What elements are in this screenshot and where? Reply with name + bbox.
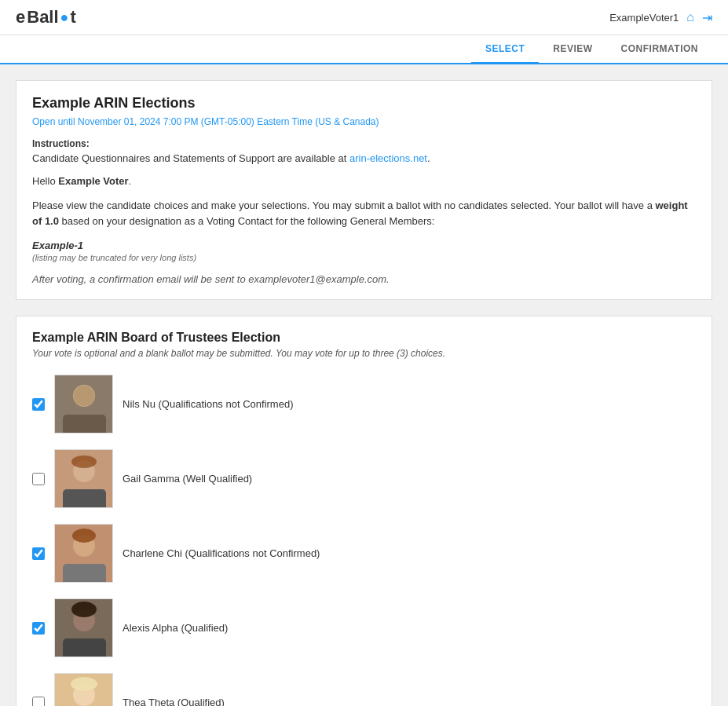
election-title: Example ARIN Elections	[32, 95, 696, 112]
svg-point-15	[71, 602, 97, 617]
candidate-photo-nils	[54, 375, 113, 433]
logo-t: t	[70, 7, 75, 27]
home-icon[interactable]: ⌂	[686, 10, 694, 24]
username-label: ExampleVoter1	[609, 12, 679, 24]
candidate-row: Thea Theta (Qualified)	[32, 673, 696, 706]
hello-name: Example Voter	[58, 175, 128, 187]
election-section: Example ARIN Board of Trustees Election …	[16, 316, 712, 706]
tab-confirmation[interactable]: CONFIRMATION	[607, 35, 712, 64]
candidate-avatar-thea	[55, 674, 113, 706]
page-header: eBall●t ExampleVoter1 ⌂ ⇥	[0, 0, 728, 35]
hello-text: Hello Example Voter.	[32, 175, 696, 187]
svg-point-11	[72, 529, 96, 543]
desc-prefix: Please view the candidate choices and ma…	[32, 199, 655, 211]
main-content: Example ARIN Elections Open until Novemb…	[0, 64, 728, 706]
section-title: Example ARIN Board of Trustees Election	[32, 331, 696, 345]
hello-prefix: Hello	[32, 175, 58, 187]
logo-text: e	[16, 7, 25, 27]
hello-period: .	[129, 175, 132, 187]
candidate-avatar-gail	[55, 450, 113, 508]
svg-point-3	[74, 386, 94, 406]
section-subtitle: Your vote is optional and a blank ballot…	[32, 348, 696, 359]
candidate-row: Nils Nu (Qualifications not Confirmed)	[32, 375, 696, 433]
candidate-photo-thea	[54, 673, 113, 706]
org-note: (listing may be truncated for very long …	[32, 253, 696, 262]
open-until: Open until November 01, 2024 7:00 PM (GM…	[32, 116, 696, 127]
svg-rect-2	[63, 415, 106, 433]
svg-rect-14	[63, 638, 106, 657]
svg-rect-6	[63, 489, 106, 508]
confirmation-email-note: After voting, a confirmation email will …	[32, 273, 696, 285]
tab-select[interactable]: SELECT	[471, 35, 539, 64]
svg-rect-10	[63, 564, 106, 583]
header-user-area: ExampleVoter1 ⌂ ⇥	[609, 10, 712, 25]
candidate-avatar-alexis	[55, 599, 113, 657]
candidate-row: Gail Gamma (Well Qualified)	[32, 449, 696, 508]
svg-point-7	[71, 455, 97, 468]
candidate-checkbox-thea[interactable]	[32, 697, 45, 707]
candidate-name-thea: Thea Theta (Qualified)	[123, 697, 225, 706]
candidate-name-nils: Nils Nu (Qualifications not Confirmed)	[123, 398, 293, 410]
instructions-suffix: .	[427, 152, 430, 164]
tab-review[interactable]: REVIEW	[539, 35, 606, 64]
candidate-photo-gail	[54, 449, 113, 508]
candidate-checkbox-charlene[interactable]	[32, 547, 45, 560]
instructions-prefix: Candidate Questionnaires and Statements …	[32, 152, 349, 164]
candidate-checkbox-nils[interactable]	[32, 398, 45, 411]
info-box: Example ARIN Elections Open until Novemb…	[16, 80, 712, 300]
candidate-avatar-nils	[55, 375, 113, 433]
candidate-checkbox-gail[interactable]	[32, 473, 45, 485]
description-text: Please view the candidate choices and ma…	[32, 198, 696, 229]
candidate-checkbox-alexis[interactable]	[32, 622, 45, 635]
candidate-name-alexis: Alexis Alpha (Qualified)	[123, 622, 228, 634]
desc-suffix: based on your designation as a Voting Co…	[59, 215, 434, 227]
logo-ballot: Ball	[27, 7, 58, 27]
nav-bar: SELECT REVIEW CONFIRMATION	[0, 35, 728, 64]
instructions-text: Candidate Questionnaires and Statements …	[32, 152, 696, 164]
org-name: Example-1	[32, 240, 696, 251]
instructions-link[interactable]: arin-elections.net	[349, 152, 427, 164]
candidate-name-gail: Gail Gamma (Well Qualified)	[123, 473, 252, 485]
candidate-photo-charlene	[54, 524, 113, 583]
candidate-photo-alexis	[54, 598, 113, 657]
instructions-label: Instructions:	[32, 138, 696, 149]
logo: eBall●t	[16, 7, 76, 27]
candidate-name-charlene: Charlene Chi (Qualifications not Confirm…	[123, 547, 320, 559]
logo-dot-icon: ●	[60, 9, 69, 26]
candidate-avatar-charlene	[55, 525, 113, 583]
svg-point-19	[71, 677, 97, 691]
logout-icon[interactable]: ⇥	[702, 10, 712, 25]
candidate-row: Alexis Alpha (Qualified)	[32, 598, 696, 657]
candidate-row: Charlene Chi (Qualifications not Confirm…	[32, 524, 696, 583]
